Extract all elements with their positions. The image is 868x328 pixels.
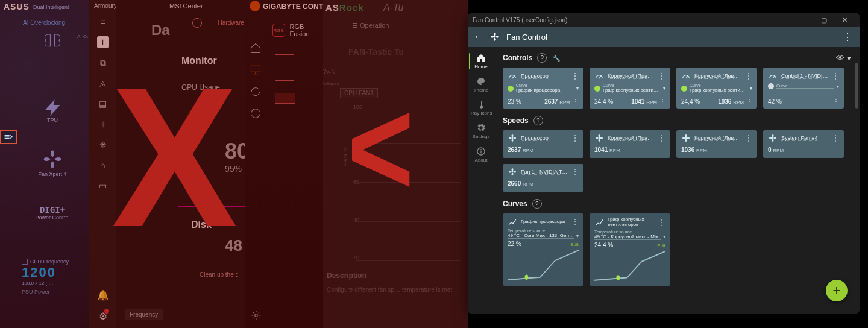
status-dot[interactable] xyxy=(768,83,774,89)
help-icon[interactable]: ? xyxy=(533,116,543,125)
card-menu-button[interactable]: ⋮ xyxy=(658,218,665,227)
help-icon[interactable]: ? xyxy=(537,53,547,63)
fanxpert-tile[interactable]: Fan Xpert 4 xyxy=(25,148,80,177)
scrollbar[interactable] xyxy=(855,63,858,109)
rpm-menu-button[interactable]: ⋮ xyxy=(659,98,665,105)
wrench-icon[interactable]: 🔧 xyxy=(552,53,561,63)
dropdown-icon[interactable]: ▾ xyxy=(576,233,579,239)
scenario-icon[interactable]: ▤ xyxy=(97,98,109,110)
curve-field-value[interactable] xyxy=(776,88,834,89)
dropdown-icon[interactable]: ▾ xyxy=(750,86,752,91)
sidebar-item-tray[interactable]: Tray Icons xyxy=(468,98,494,118)
curve-card[interactable]: Граф корпусных вентиляторов⋮Temperature … xyxy=(590,213,670,286)
control-card[interactable]: Процессор⋮CurveГрафик процессора▾23 %263… xyxy=(503,68,583,109)
fantastic-heading: FAN-Tastic Tu xyxy=(348,47,404,57)
monitor-icon[interactable] xyxy=(250,64,262,76)
refresh-icon[interactable] xyxy=(250,107,262,119)
sidebar-item-label: Theme xyxy=(474,87,489,93)
card-menu-button[interactable]: ⋮ xyxy=(658,134,665,142)
window-titlebar[interactable]: Fan Control V175 (userConfig.json) ─ ▢ ✕ xyxy=(468,13,860,27)
news-icon[interactable]: ▭ xyxy=(97,180,109,192)
speed-card[interactable]: System Fan #4⋮0 RPM xyxy=(763,130,844,158)
temp-source-value[interactable]: 49 °C - Корпусной микс - Mix xyxy=(594,234,661,240)
info-icon[interactable]: i xyxy=(97,36,109,48)
card-menu-button[interactable]: ⋮ xyxy=(571,134,579,142)
minimize-button[interactable]: ─ xyxy=(793,13,814,27)
dropdown-icon[interactable]: ▾ xyxy=(663,86,665,91)
curve-field-value[interactable]: Граф корпусных венти… xyxy=(690,87,747,93)
back-button[interactable]: ← xyxy=(474,31,483,42)
tpu-tile[interactable]: TPU xyxy=(25,94,80,123)
status-dot[interactable] xyxy=(508,86,514,92)
card-menu-button[interactable]: ⋮ xyxy=(745,134,752,142)
card-menu-button[interactable]: ⋮ xyxy=(571,218,579,226)
rpm-menu-button[interactable]: ⋮ xyxy=(746,98,752,105)
gear-icon[interactable] xyxy=(251,310,262,321)
card-menu-button[interactable]: ⋮ xyxy=(745,72,752,80)
card-menu-button[interactable]: ⋮ xyxy=(571,72,579,80)
card-menu-button[interactable]: ⋮ xyxy=(658,72,665,80)
curve-card[interactable]: График процессора⋮Temperature source49 °… xyxy=(503,213,583,286)
digi-tile[interactable]: DIGI+ Power Control xyxy=(25,205,80,221)
disk-value: 48 xyxy=(225,236,242,255)
speed-card[interactable]: Корпусной (Левый)⋮1036 RPM xyxy=(676,130,757,158)
motherboard-icon[interactable] xyxy=(275,54,294,81)
home-icon[interactable] xyxy=(250,42,262,54)
sidebar-item-theme[interactable]: Theme xyxy=(468,74,494,95)
armoury-crate-panel: Armoury Crate ≡ i ⧉ ◬ ▤ ⫴ ✳ ⌂ ▭ 🔔 ⚙ xyxy=(89,0,116,328)
collapse-label[interactable]: Collapse xyxy=(323,81,339,86)
rgb-fusion-item[interactable]: RGB RGB Fusion xyxy=(272,23,323,37)
tag-icon[interactable]: ⌂ xyxy=(97,159,109,171)
devices-icon[interactable]: ⧉ xyxy=(97,57,109,69)
thermometer-icon xyxy=(476,100,486,110)
tuning-icon[interactable]: ⫴ xyxy=(97,118,109,130)
status-dot[interactable] xyxy=(594,86,600,92)
visibility-toggle[interactable]: 👁 ▾ xyxy=(836,53,851,63)
close-button[interactable]: ✕ xyxy=(834,13,855,27)
curve-field-value[interactable]: Граф корпусных венти… xyxy=(603,87,661,93)
msi-hw-menu[interactable]: Hardware M xyxy=(218,19,245,26)
control-card[interactable]: Корпусной (Левый)⋮CurveГраф корпусных ве… xyxy=(676,68,757,109)
asus-expand-button[interactable] xyxy=(0,130,17,144)
aura-icon[interactable]: ◬ xyxy=(97,77,109,89)
app-menu-button[interactable]: ⋮ xyxy=(843,31,854,43)
sidebar-item-settings[interactable]: Settings xyxy=(468,121,494,142)
hamburger-icon[interactable]: ≡ xyxy=(97,16,109,28)
curve-field-value[interactable]: График процессора xyxy=(516,87,574,93)
speed-card[interactable]: Процессор⋮2637 RPM xyxy=(503,130,583,158)
dropdown-icon[interactable]: ▾ xyxy=(576,86,579,91)
fan-curve-chart[interactable]: FAN S… 100 80 60 40 20 xyxy=(340,104,461,260)
settings-icon[interactable]: ⚙ xyxy=(99,311,107,322)
bell-icon[interactable]: 🔔 xyxy=(97,289,109,301)
sidebar-item-about[interactable]: About xyxy=(468,144,494,165)
speed-card[interactable]: Корпусной (Правый)⋮1041 RPM xyxy=(590,130,670,158)
temp-source-value[interactable]: 49 °C - Core Max - 13th Gen Intel i… xyxy=(508,233,574,239)
rpm-menu-button[interactable]: ⋮ xyxy=(573,98,579,105)
rpm-menu-button[interactable]: ⋮ xyxy=(833,98,839,105)
card-menu-button[interactable]: ⋮ xyxy=(571,168,579,176)
card-menu-button[interactable]: ⋮ xyxy=(832,134,839,142)
sidebar-item-home[interactable]: Home xyxy=(468,51,494,72)
control-card[interactable]: Control 1 - NVIDIA T600⋮Curve▾42 %⋮ xyxy=(763,68,844,109)
frequency-tab[interactable]: Frequency xyxy=(125,309,163,320)
speed-card[interactable]: Fan 1 - NVIDIA T600⋮2660 RPM xyxy=(503,164,583,192)
cpu-fan1-tab[interactable]: CPU FAN1 xyxy=(340,88,378,98)
fan-icon[interactable]: ✳ xyxy=(97,139,109,151)
sync-icon[interactable] xyxy=(250,86,262,98)
add-button[interactable]: + xyxy=(826,280,848,301)
edit-link[interactable]: Edit xyxy=(657,243,665,248)
ai-overclocking-tile[interactable] xyxy=(25,29,80,52)
dropdown-icon[interactable]: ▾ xyxy=(837,84,839,89)
edit-link[interactable]: Edit xyxy=(570,242,579,247)
control-card[interactable]: Корпусной (Правый)⋮CurveГраф корпусных в… xyxy=(590,68,670,109)
dropdown-icon[interactable]: ▾ xyxy=(663,234,665,239)
main-content: Controls ? 🔧 👁 ▾ Процессор⋮CurveГрафик п… xyxy=(494,47,860,314)
card-menu-button[interactable]: ⋮ xyxy=(832,72,839,80)
disk-heading: Disk xyxy=(191,219,212,230)
status-dot[interactable] xyxy=(681,86,687,92)
speed-rpm: 2660 RPM xyxy=(508,180,579,187)
gpu-card-icon[interactable] xyxy=(275,93,295,104)
operation-tab[interactable]: ☰ Operation xyxy=(352,22,389,30)
help-icon[interactable]: ? xyxy=(532,199,542,209)
maximize-button[interactable]: ▢ xyxy=(814,13,834,27)
